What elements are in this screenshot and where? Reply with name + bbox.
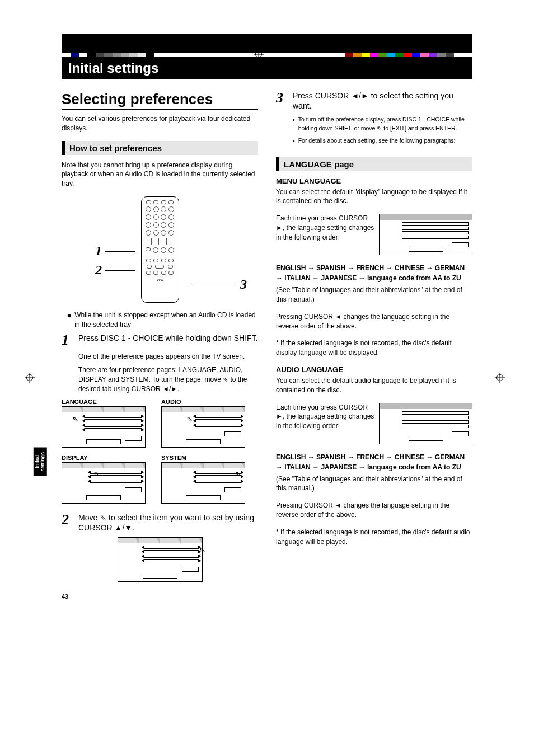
- pref-label-language: LANGUAGE: [62, 398, 146, 405]
- right-column: 3 Press CURSOR ◄/► to select the setting…: [276, 91, 472, 582]
- howto-heading: How to set preferences: [62, 141, 258, 155]
- step1-sub2: There are four preference pages: LANGUAG…: [78, 365, 258, 393]
- header-title: Initial settings: [62, 57, 472, 79]
- remote-label-2: 2: [95, 262, 102, 278]
- step3-number: 3: [276, 91, 287, 105]
- pref-diagram-system: ⇖: [161, 462, 245, 504]
- menu-language-diagram: [379, 214, 472, 255]
- step1-sub1: One of the preference pages appears on t…: [78, 352, 258, 361]
- menu-asterisk: * If the selected language is not record…: [276, 339, 472, 358]
- pref-diagram-audio: ⇖: [161, 406, 245, 448]
- bullet-dot-icon: •: [293, 137, 295, 146]
- pointer-icon: ⇖: [100, 513, 106, 522]
- condition-text: While the unit is stopped except when an…: [74, 311, 258, 330]
- remote-brand: JVC: [145, 278, 175, 281]
- pref-diagram-language: ⇖: [62, 406, 146, 448]
- step3-bullet1: To turn off the preference display, pres…: [298, 115, 472, 133]
- audio-language-desc: You can select the default audio languag…: [276, 376, 472, 395]
- step1-text: Press DISC 1 - CHOICE while holding down…: [78, 333, 258, 343]
- remote-diagram: 1 2 3 JVC: [62, 196, 258, 303]
- page: Initial settings Selecting preferences Y…: [0, 0, 534, 622]
- step2-number: 2: [62, 513, 73, 527]
- step2-text: Move ⇖ to select the item you want to se…: [78, 513, 258, 533]
- header-bar: [62, 34, 472, 53]
- audio-language-diagram: [379, 403, 472, 444]
- menu-language-desc: You can select the default "display" lan…: [276, 187, 472, 206]
- pref-label-display: DISPLAY: [62, 454, 146, 461]
- step3-text: Press CURSOR ◄/► to select the setting y…: [293, 91, 472, 111]
- audio-language-title: AUDIO LANGUAGE: [276, 365, 472, 374]
- howto-note: Note that you cannot bring up a preferen…: [62, 161, 258, 189]
- audio-reverse: Pressing CURSOR ◄ changes the language s…: [276, 501, 472, 520]
- remote-label-1: 1: [95, 243, 102, 259]
- pref-diagram-display: ⇖: [62, 462, 146, 504]
- page-number: 43: [62, 593, 472, 600]
- menu-reverse: Pressing CURSOR ◄ changes the language s…: [276, 312, 472, 331]
- pref-label-system: SYSTEM: [161, 454, 245, 461]
- audio-sequence: ENGLISH → SPANISH → FRENCH → CHINESE → G…: [276, 452, 472, 472]
- audio-see-table: (See "Table of languages and their abbre…: [276, 475, 472, 494]
- left-column: Selecting preferences You can set variou…: [62, 91, 258, 582]
- menu-see-table: (See "Table of languages and their abbre…: [276, 285, 472, 304]
- step2-diagram: ⇖: [118, 537, 203, 582]
- pointer-icon: ⇖: [223, 375, 228, 383]
- menu-sequence: ENGLISH → SPANISH → FRENCH → CHINESE → G…: [276, 263, 472, 283]
- audio-asterisk: * If the selected language is not record…: [276, 528, 472, 547]
- step1-number: 1: [62, 333, 73, 348]
- square-bullet-icon: ■: [67, 311, 71, 330]
- pointer-icon: ⇖: [377, 125, 382, 132]
- section-title: Selecting preferences: [62, 91, 258, 110]
- menu-language-title: MENU LANGUAGE: [276, 177, 472, 185]
- pref-label-audio: AUDIO: [161, 398, 245, 405]
- remote-label-3: 3: [240, 277, 247, 292]
- section-intro: You can set various preferences for play…: [62, 114, 258, 133]
- language-page-heading: LANGUAGE page: [276, 157, 472, 171]
- bullet-dot-icon: •: [293, 116, 295, 133]
- step3-bullet2: For details about each setting, see the …: [298, 137, 456, 146]
- pref-page-grid: LANGUAGE ⇖ AUDIO: [62, 398, 258, 504]
